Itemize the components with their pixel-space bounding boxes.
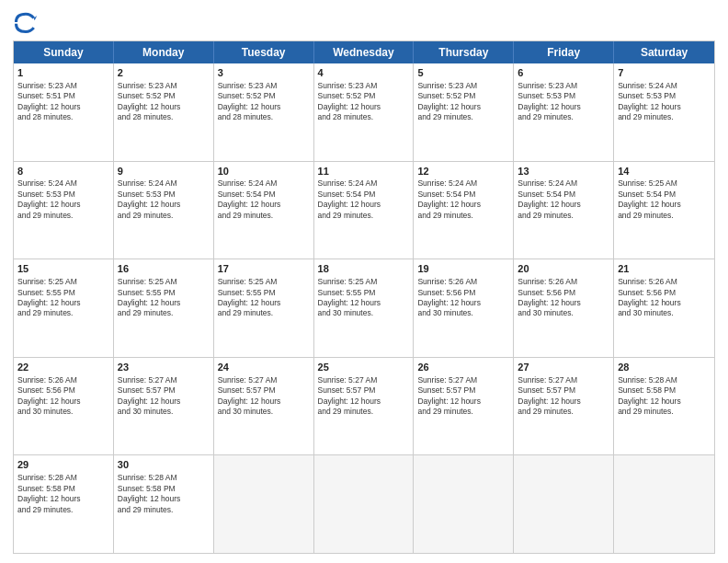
empty-cell <box>214 455 314 553</box>
day-info: Sunrise: 5:27 AM Sunset: 5:57 PM Dayligh… <box>318 375 410 418</box>
calendar-body: 1Sunrise: 5:23 AM Sunset: 5:51 PM Daylig… <box>14 63 714 553</box>
day-info: Sunrise: 5:23 AM Sunset: 5:52 PM Dayligh… <box>118 81 210 123</box>
day-number: 9 <box>118 165 210 178</box>
day-28: 28Sunrise: 5:28 AM Sunset: 5:58 PM Dayli… <box>614 358 714 455</box>
day-29: 29Sunrise: 5:28 AM Sunset: 5:58 PM Dayli… <box>14 455 114 553</box>
header-day-monday: Monday <box>114 41 214 63</box>
day-22: 22Sunrise: 5:26 AM Sunset: 5:56 PM Dayli… <box>14 358 114 455</box>
day-number: 26 <box>417 361 509 374</box>
page-header <box>13 9 715 35</box>
day-number: 4 <box>318 66 410 80</box>
empty-cell <box>514 455 614 553</box>
day-number: 12 <box>417 165 509 178</box>
day-number: 16 <box>118 262 210 276</box>
day-7: 7Sunrise: 5:24 AM Sunset: 5:53 PM Daylig… <box>614 63 714 161</box>
day-number: 17 <box>218 262 310 276</box>
calendar-header: SundayMondayTuesdayWednesdayThursdayFrid… <box>14 41 714 63</box>
day-number: 23 <box>118 361 210 374</box>
logo <box>13 9 42 35</box>
day-number: 14 <box>618 165 711 178</box>
header-day-saturday: Saturday <box>614 41 714 63</box>
day-number: 28 <box>618 361 711 374</box>
calendar-week-3: 15Sunrise: 5:25 AM Sunset: 5:55 PM Dayli… <box>14 259 714 358</box>
day-number: 21 <box>618 262 711 276</box>
day-number: 15 <box>17 262 109 276</box>
day-number: 2 <box>118 66 210 80</box>
day-info: Sunrise: 5:25 AM Sunset: 5:55 PM Dayligh… <box>218 277 310 319</box>
day-1: 1Sunrise: 5:23 AM Sunset: 5:51 PM Daylig… <box>14 63 114 161</box>
day-info: Sunrise: 5:28 AM Sunset: 5:58 PM Dayligh… <box>118 473 210 515</box>
day-14: 14Sunrise: 5:25 AM Sunset: 5:54 PM Dayli… <box>614 162 714 259</box>
day-info: Sunrise: 5:26 AM Sunset: 5:56 PM Dayligh… <box>618 277 711 319</box>
day-number: 19 <box>417 262 509 276</box>
day-12: 12Sunrise: 5:24 AM Sunset: 5:54 PM Dayli… <box>414 162 514 259</box>
day-info: Sunrise: 5:28 AM Sunset: 5:58 PM Dayligh… <box>17 473 109 515</box>
header-day-friday: Friday <box>514 41 614 63</box>
day-16: 16Sunrise: 5:25 AM Sunset: 5:55 PM Dayli… <box>114 259 214 357</box>
day-info: Sunrise: 5:26 AM Sunset: 5:56 PM Dayligh… <box>17 375 109 418</box>
day-number: 18 <box>318 262 410 276</box>
day-number: 6 <box>518 66 609 80</box>
day-info: Sunrise: 5:26 AM Sunset: 5:56 PM Dayligh… <box>518 277 609 319</box>
day-26: 26Sunrise: 5:27 AM Sunset: 5:57 PM Dayli… <box>414 358 514 455</box>
day-number: 20 <box>518 262 609 276</box>
empty-cell <box>414 455 514 553</box>
header-day-thursday: Thursday <box>414 41 514 63</box>
day-number: 22 <box>17 361 109 374</box>
day-number: 29 <box>17 458 109 472</box>
calendar-week-4: 22Sunrise: 5:26 AM Sunset: 5:56 PM Dayli… <box>14 358 714 456</box>
day-info: Sunrise: 5:23 AM Sunset: 5:51 PM Dayligh… <box>17 81 109 123</box>
day-info: Sunrise: 5:26 AM Sunset: 5:56 PM Dayligh… <box>417 277 509 319</box>
day-info: Sunrise: 5:28 AM Sunset: 5:58 PM Dayligh… <box>618 375 711 418</box>
day-number: 13 <box>518 165 609 178</box>
day-23: 23Sunrise: 5:27 AM Sunset: 5:57 PM Dayli… <box>114 358 214 455</box>
calendar-week-1: 1Sunrise: 5:23 AM Sunset: 5:51 PM Daylig… <box>14 63 714 162</box>
day-11: 11Sunrise: 5:24 AM Sunset: 5:54 PM Dayli… <box>314 162 415 259</box>
day-info: Sunrise: 5:24 AM Sunset: 5:53 PM Dayligh… <box>118 178 210 221</box>
calendar-week-2: 8Sunrise: 5:24 AM Sunset: 5:53 PM Daylig… <box>14 162 714 260</box>
day-info: Sunrise: 5:24 AM Sunset: 5:54 PM Dayligh… <box>318 178 410 221</box>
day-19: 19Sunrise: 5:26 AM Sunset: 5:56 PM Dayli… <box>414 259 514 357</box>
day-4: 4Sunrise: 5:23 AM Sunset: 5:52 PM Daylig… <box>314 63 415 161</box>
day-number: 10 <box>218 165 310 178</box>
day-number: 11 <box>318 165 410 178</box>
calendar-week-5: 29Sunrise: 5:28 AM Sunset: 5:58 PM Dayli… <box>14 455 714 553</box>
day-info: Sunrise: 5:23 AM Sunset: 5:52 PM Dayligh… <box>417 81 509 123</box>
header-day-sunday: Sunday <box>14 41 114 63</box>
day-number: 8 <box>17 165 109 178</box>
day-number: 25 <box>318 361 410 374</box>
day-info: Sunrise: 5:27 AM Sunset: 5:57 PM Dayligh… <box>218 375 310 418</box>
day-info: Sunrise: 5:24 AM Sunset: 5:53 PM Dayligh… <box>618 81 711 123</box>
day-info: Sunrise: 5:24 AM Sunset: 5:54 PM Dayligh… <box>417 178 509 221</box>
day-24: 24Sunrise: 5:27 AM Sunset: 5:57 PM Dayli… <box>214 358 314 455</box>
header-day-tuesday: Tuesday <box>214 41 314 63</box>
day-info: Sunrise: 5:25 AM Sunset: 5:55 PM Dayligh… <box>318 277 410 319</box>
day-info: Sunrise: 5:25 AM Sunset: 5:55 PM Dayligh… <box>17 277 109 319</box>
day-info: Sunrise: 5:24 AM Sunset: 5:54 PM Dayligh… <box>218 178 310 221</box>
header-day-wednesday: Wednesday <box>314 41 415 63</box>
day-info: Sunrise: 5:24 AM Sunset: 5:54 PM Dayligh… <box>518 178 609 221</box>
day-info: Sunrise: 5:25 AM Sunset: 5:54 PM Dayligh… <box>618 178 711 221</box>
empty-cell <box>614 455 714 553</box>
calendar: SundayMondayTuesdayWednesdayThursdayFrid… <box>13 40 715 554</box>
day-number: 3 <box>218 66 310 80</box>
day-10: 10Sunrise: 5:24 AM Sunset: 5:54 PM Dayli… <box>214 162 314 259</box>
day-2: 2Sunrise: 5:23 AM Sunset: 5:52 PM Daylig… <box>114 63 214 161</box>
day-info: Sunrise: 5:24 AM Sunset: 5:53 PM Dayligh… <box>17 178 109 221</box>
day-20: 20Sunrise: 5:26 AM Sunset: 5:56 PM Dayli… <box>514 259 614 357</box>
day-5: 5Sunrise: 5:23 AM Sunset: 5:52 PM Daylig… <box>414 63 514 161</box>
day-info: Sunrise: 5:23 AM Sunset: 5:52 PM Dayligh… <box>318 81 410 123</box>
day-13: 13Sunrise: 5:24 AM Sunset: 5:54 PM Dayli… <box>514 162 614 259</box>
day-21: 21Sunrise: 5:26 AM Sunset: 5:56 PM Dayli… <box>614 259 714 357</box>
day-9: 9Sunrise: 5:24 AM Sunset: 5:53 PM Daylig… <box>114 162 214 259</box>
day-number: 30 <box>118 458 210 472</box>
day-info: Sunrise: 5:27 AM Sunset: 5:57 PM Dayligh… <box>118 375 210 418</box>
day-15: 15Sunrise: 5:25 AM Sunset: 5:55 PM Dayli… <box>14 259 114 357</box>
day-number: 7 <box>618 66 711 80</box>
logo-icon <box>13 9 39 35</box>
day-info: Sunrise: 5:23 AM Sunset: 5:53 PM Dayligh… <box>518 81 609 123</box>
day-18: 18Sunrise: 5:25 AM Sunset: 5:55 PM Dayli… <box>314 259 415 357</box>
day-number: 27 <box>518 361 609 374</box>
day-25: 25Sunrise: 5:27 AM Sunset: 5:57 PM Dayli… <box>314 358 415 455</box>
day-30: 30Sunrise: 5:28 AM Sunset: 5:58 PM Dayli… <box>114 455 214 553</box>
